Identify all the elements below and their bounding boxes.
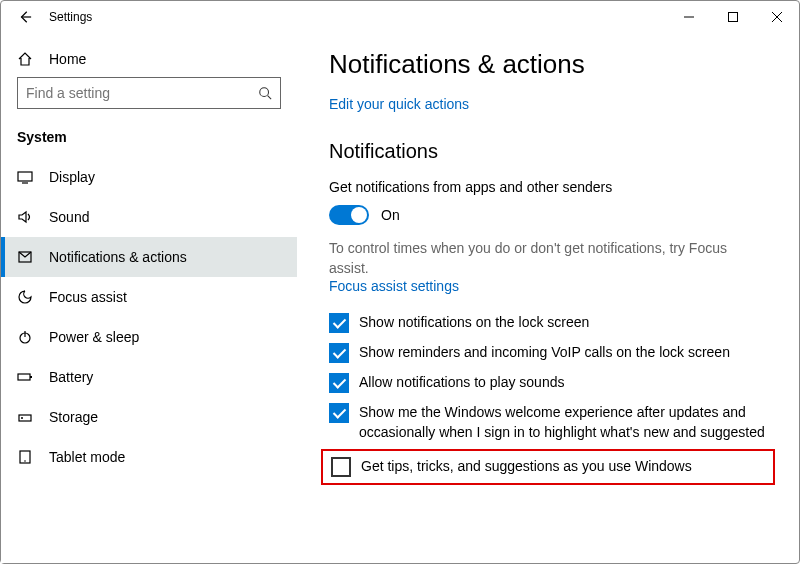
checkbox-row: Show me the Windows welcome experience a… xyxy=(329,398,767,447)
home-icon xyxy=(17,51,33,67)
sound-icon xyxy=(17,209,33,225)
sidebar-item-label: Battery xyxy=(49,369,93,385)
svg-point-10 xyxy=(24,460,26,462)
focus-assist-description: To control times when you do or don't ge… xyxy=(329,239,767,278)
sidebar-item-label: Focus assist xyxy=(49,289,127,305)
sidebar-item-sound[interactable]: Sound xyxy=(1,197,297,237)
toggle-state-label: On xyxy=(381,207,400,223)
sidebar-item-notifications[interactable]: Notifications & actions xyxy=(1,237,297,277)
checkbox[interactable] xyxy=(329,343,349,363)
checkbox[interactable] xyxy=(329,403,349,423)
storage-icon xyxy=(17,409,33,425)
svg-rect-0 xyxy=(729,13,738,22)
home-label: Home xyxy=(49,51,86,67)
minimize-button[interactable] xyxy=(667,1,711,33)
maximize-button[interactable] xyxy=(711,1,755,33)
titlebar: Settings xyxy=(1,1,799,33)
sidebar-item-focus-assist[interactable]: Focus assist xyxy=(1,277,297,317)
sidebar-item-power-sleep[interactable]: Power & sleep xyxy=(1,317,297,357)
svg-rect-7 xyxy=(19,415,31,421)
checkbox[interactable] xyxy=(329,373,349,393)
display-icon xyxy=(17,169,33,185)
checkbox-row: Show reminders and incoming VoIP calls o… xyxy=(329,338,767,368)
svg-rect-5 xyxy=(18,374,30,380)
sidebar-item-label: Storage xyxy=(49,409,98,425)
close-button[interactable] xyxy=(755,1,799,33)
home-nav[interactable]: Home xyxy=(1,41,297,77)
checkbox-label: Show me the Windows welcome experience a… xyxy=(359,403,767,442)
notifications-toggle[interactable] xyxy=(329,205,369,225)
content-pane: Notifications & actions Edit your quick … xyxy=(297,33,799,563)
page-title: Notifications & actions xyxy=(329,49,767,80)
sidebar-item-label: Sound xyxy=(49,209,89,225)
sidebar-item-label: Notifications & actions xyxy=(49,249,187,265)
svg-point-8 xyxy=(21,417,23,419)
checkbox[interactable] xyxy=(331,457,351,477)
checkbox-label: Show notifications on the lock screen xyxy=(359,313,589,333)
sidebar-item-label: Power & sleep xyxy=(49,329,139,345)
checkbox-row: Get tips, tricks, and suggestions as you… xyxy=(321,449,775,485)
search-input[interactable] xyxy=(17,77,281,109)
focus-assist-icon xyxy=(17,289,33,305)
sidebar-item-label: Tablet mode xyxy=(49,449,125,465)
sidebar-item-storage[interactable]: Storage xyxy=(1,397,297,437)
sidebar-item-battery[interactable]: Battery xyxy=(1,357,297,397)
svg-point-1 xyxy=(260,88,269,97)
edit-quick-actions-link[interactable]: Edit your quick actions xyxy=(329,96,767,112)
power-icon xyxy=(17,329,33,345)
svg-rect-2 xyxy=(18,172,32,181)
window-title: Settings xyxy=(49,10,92,24)
focus-assist-settings-link[interactable]: Focus assist settings xyxy=(329,278,767,294)
checkbox-row: Allow notifications to play sounds xyxy=(329,368,767,398)
checkbox-label: Show reminders and incoming VoIP calls o… xyxy=(359,343,730,363)
checkbox-row: Show notifications on the lock screen xyxy=(329,308,767,338)
notifications-toggle-label: Get notifications from apps and other se… xyxy=(329,179,767,195)
category-label: System xyxy=(1,121,297,157)
sidebar-item-tablet-mode[interactable]: Tablet mode xyxy=(1,437,297,477)
battery-icon xyxy=(17,369,33,385)
search-icon xyxy=(258,86,272,100)
checkbox-label: Get tips, tricks, and suggestions as you… xyxy=(361,457,692,477)
back-button[interactable] xyxy=(17,9,33,25)
section-title: Notifications xyxy=(329,140,767,163)
checkbox[interactable] xyxy=(329,313,349,333)
tablet-icon xyxy=(17,449,33,465)
notifications-icon xyxy=(17,249,33,265)
svg-rect-6 xyxy=(30,376,32,378)
checkbox-label: Allow notifications to play sounds xyxy=(359,373,564,393)
sidebar-item-display[interactable]: Display xyxy=(1,157,297,197)
sidebar: Home System Display Sound xyxy=(1,33,297,563)
sidebar-item-label: Display xyxy=(49,169,95,185)
